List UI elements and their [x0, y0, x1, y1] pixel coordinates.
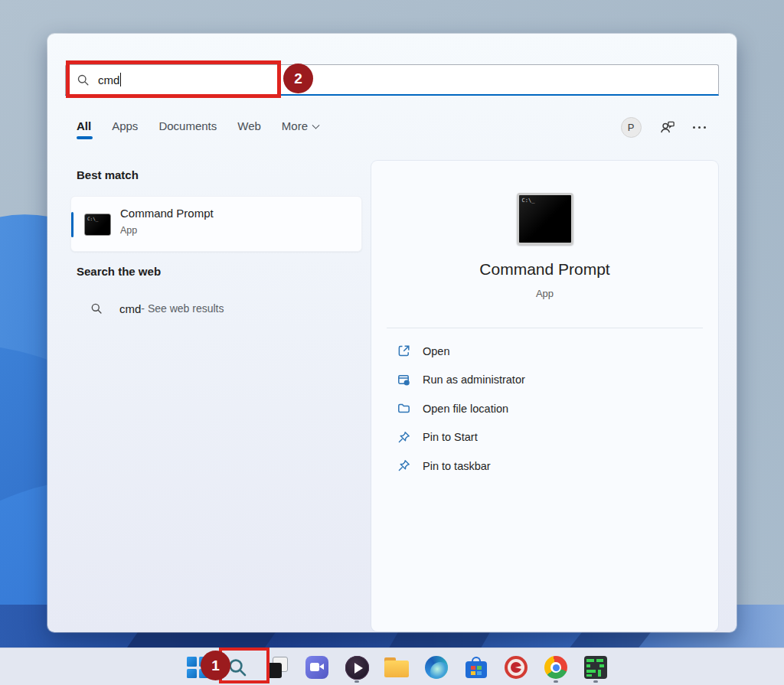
pin-icon	[397, 458, 411, 473]
app-actions-list: Open Run as administrator Open file loca…	[371, 337, 718, 481]
green-pixel-app-button[interactable]	[580, 654, 611, 681]
store-button[interactable]	[461, 654, 492, 681]
media-player-button[interactable]	[341, 654, 372, 681]
chat-icon	[305, 656, 328, 679]
windows-search-panel: cmd 2 All Apps Documents Web More P	[47, 34, 737, 632]
run-as-admin-icon	[397, 373, 411, 387]
action-pin-to-taskbar[interactable]: Pin to taskbar	[371, 452, 718, 481]
command-prompt-icon: C:\_	[84, 214, 111, 236]
result-subtitle: App	[120, 225, 137, 236]
web-search-result[interactable]: cmd - See web results	[70, 291, 393, 326]
action-pin-to-start[interactable]: Pin to Start	[371, 423, 718, 452]
edge-icon	[425, 656, 448, 679]
red-circle-app-icon	[505, 656, 528, 679]
command-prompt-icon: C:\_	[517, 193, 573, 245]
running-indicator	[593, 680, 598, 683]
divider	[387, 328, 703, 328]
user-avatar[interactable]: P	[621, 117, 642, 138]
task-view-icon	[266, 657, 288, 678]
best-match-result[interactable]: C:\_ Command Prompt App	[70, 196, 362, 252]
search-web-heading: Search the web	[77, 265, 161, 278]
web-suffix-text: - See web results	[141, 302, 224, 315]
result-detail-panel: C:\_ Command Prompt App Open Run as admi	[371, 161, 718, 631]
search-icon	[90, 302, 103, 315]
active-tab-underline	[77, 136, 93, 139]
web-query-text: cmd	[119, 302, 141, 315]
action-run-as-administrator[interactable]: Run as administrator	[371, 366, 718, 395]
selection-accent-bar	[71, 212, 74, 237]
open-icon	[397, 344, 411, 358]
media-player-icon	[345, 656, 369, 680]
chevron-down-icon	[312, 122, 320, 129]
tab-web[interactable]: Web	[237, 119, 261, 139]
feedback-icon[interactable]	[658, 119, 676, 136]
green-pixel-app-icon	[584, 656, 607, 679]
result-title: Command Prompt	[120, 207, 214, 220]
running-indicator	[354, 680, 359, 683]
red-circle-app-button[interactable]	[501, 654, 531, 681]
tab-apps[interactable]: Apps	[112, 119, 138, 139]
chat-button[interactable]	[302, 654, 332, 681]
tab-documents[interactable]: Documents	[158, 119, 217, 139]
action-open[interactable]: Open	[371, 337, 718, 366]
pin-icon	[397, 430, 411, 445]
edge-button[interactable]	[421, 654, 452, 681]
annotation-badge-1: 1	[201, 651, 230, 680]
running-indicator	[554, 680, 558, 683]
folder-icon	[397, 401, 411, 416]
taskbar: 1	[0, 647, 784, 685]
chrome-button[interactable]	[541, 654, 571, 681]
annotation-badge-2: 2	[283, 64, 313, 93]
app-subtitle: App	[371, 288, 718, 299]
annotation-box-search	[66, 60, 281, 98]
store-icon	[466, 657, 487, 678]
action-open-file-location[interactable]: Open file location	[371, 394, 718, 423]
file-explorer-button[interactable]	[381, 654, 412, 681]
tab-all[interactable]: All	[77, 119, 91, 139]
tab-more[interactable]: More	[282, 119, 318, 139]
more-options-icon[interactable]	[693, 126, 707, 129]
best-match-heading: Best match	[77, 168, 139, 181]
chrome-icon	[544, 656, 567, 679]
search-filter-tabs: All Apps Documents Web More	[77, 119, 318, 139]
header-icons: P	[621, 117, 707, 138]
file-explorer-icon	[384, 657, 409, 677]
app-title: Command Prompt	[371, 260, 718, 279]
